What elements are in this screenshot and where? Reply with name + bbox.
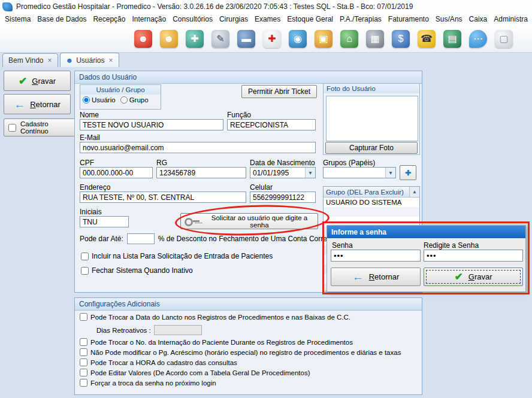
network-icon[interactable]: ◉ xyxy=(289,30,307,48)
trocar-no-internacao-checkbox[interactable] xyxy=(80,338,87,346)
nascimento-combobox[interactable]: 01/01/1995 ▾ xyxy=(250,167,316,178)
iniciais-input[interactable] xyxy=(80,216,129,227)
book-icon[interactable]: ▤ xyxy=(443,30,461,48)
cpf-label: CPF xyxy=(80,159,94,167)
bank-icon[interactable]: ⌂ xyxy=(340,30,358,48)
grupo-list-header[interactable]: Grupo (DEL Para Excluir) ▲ xyxy=(324,187,419,198)
desconto-suffix-label: % de Desconto no Fechamento de Uma Conta… xyxy=(158,235,337,243)
desconto-prefix-label: Pode dar Até: xyxy=(80,235,123,243)
close-icon[interactable]: × xyxy=(109,56,113,65)
patient-exit-icon[interactable]: ☻ xyxy=(134,30,152,48)
forcar-troca-senha-checkbox[interactable] xyxy=(80,379,87,387)
menubar: Sistema Base de Dados Recepção Internaçã… xyxy=(0,13,532,25)
menu-faturamento[interactable]: Faturamento xyxy=(388,15,429,23)
notes-icon[interactable]: ✎ xyxy=(211,30,229,48)
cadastro-continuo-checkbox[interactable] xyxy=(8,124,16,132)
calculator-icon[interactable]: $ xyxy=(392,30,410,48)
bed-icon[interactable]: ▬ xyxy=(237,30,255,48)
config-check-row[interactable]: Pode Trocar a Data do Lancto nos Registr… xyxy=(80,313,350,321)
configuracoes-adicionais-group: Configurações Adicionais Pode Trocar a D… xyxy=(74,297,422,395)
celular-input[interactable] xyxy=(250,192,316,203)
fechar-sistema-checkbox[interactable] xyxy=(81,267,89,275)
chevron-down-icon[interactable]: ▾ xyxy=(305,168,315,178)
add-grupo-button[interactable]: ✚ xyxy=(400,165,416,180)
menu-internacao[interactable]: Internação xyxy=(132,15,166,23)
toolbar: ☻ ☻ ✚ ✎ ▬ ✚ ◉ ▣ ⌂ ▦ $ ☎ ▤ ⋯ ▢ xyxy=(0,25,532,53)
desconto-row: Pode dar Até: % de Desconto no Fechament… xyxy=(80,233,337,244)
phone-icon[interactable]: ☎ xyxy=(418,30,436,48)
config-check-row[interactable]: Pode Trocar o No. da Internação do Pacie… xyxy=(80,338,353,346)
vault-icon[interactable]: ▦ xyxy=(366,30,384,48)
senha-input[interactable] xyxy=(331,250,421,262)
desconto-input[interactable] xyxy=(127,233,155,244)
gravar-button-label: Gravar xyxy=(32,77,56,86)
editar-valores-label: Pode Editar Valores (De Acordo com a Tab… xyxy=(90,369,310,376)
menu-caixa[interactable]: Caixa xyxy=(469,15,488,23)
close-icon[interactable]: × xyxy=(47,56,52,65)
usuario-grupo-group-title: Usuário / Grupo xyxy=(80,85,161,95)
menu-cirurgias[interactable]: Cirurgias xyxy=(219,15,248,23)
fechar-sistema-checkbox-row[interactable]: Fechar Sistema Quando Inativo xyxy=(81,266,193,275)
dialog-retornar-button[interactable]: ← Retornar xyxy=(331,268,421,286)
doctor-icon[interactable]: ✚ xyxy=(186,30,204,48)
radio-usuario[interactable]: Usuário xyxy=(83,96,116,104)
radio-grupo[interactable]: Grupo xyxy=(120,96,149,104)
forcar-troca-senha-label: Forçar a troca da senha no próximo login xyxy=(90,379,216,387)
check-icon: ✔ xyxy=(19,75,27,87)
endereco-input[interactable] xyxy=(80,192,246,203)
redigite-senha-input[interactable] xyxy=(424,250,523,262)
gravar-button[interactable]: ✔ Gravar xyxy=(4,71,71,91)
chat-icon[interactable]: ⋯ xyxy=(469,30,487,48)
cadastro-continuo-toggle[interactable]: Cadastro Contínuo xyxy=(4,119,75,136)
email-input[interactable] xyxy=(80,142,316,153)
menu-sus-ans[interactable]: Sus/Ans xyxy=(436,15,463,23)
config-check-row[interactable]: Não Pode modificar o Pg. Acréscimo (horá… xyxy=(80,348,401,356)
menu-administracao[interactable]: Administra xyxy=(494,15,528,23)
permitir-abrir-ticket-button[interactable]: Permitir Abrir Ticket xyxy=(241,85,317,98)
dias-retroativos-row: Dias Retroativos : xyxy=(96,325,202,335)
menu-sistema[interactable]: Sistema xyxy=(5,15,31,23)
nao-modificar-pg-acrescimo-checkbox[interactable] xyxy=(80,348,87,356)
user-icon: ☻ xyxy=(66,56,74,65)
dialog-gravar-label: Gravar xyxy=(468,272,492,281)
trocar-data-lancto-checkbox[interactable] xyxy=(80,313,87,321)
editar-valores-checkbox[interactable] xyxy=(80,369,87,376)
sort-up-icon[interactable]: ▲ xyxy=(409,187,419,197)
incluir-lista-checkbox[interactable] xyxy=(81,253,89,260)
menu-base-de-dados[interactable]: Base de Dados xyxy=(37,15,86,23)
tab-bem-vindo[interactable]: Bem Vindo × xyxy=(2,53,58,67)
email-label: E-Mail xyxy=(80,133,100,142)
people-group-icon[interactable]: ☻ xyxy=(160,30,178,48)
incluir-lista-checkbox-row[interactable]: Incluir na Lista Para Solicitação de Ent… xyxy=(81,252,273,260)
nascimento-label: Data de Nascimento xyxy=(250,159,315,167)
grupos-papeis-combobox[interactable]: ▾ xyxy=(323,167,396,178)
radio-grupo-input[interactable] xyxy=(120,96,128,104)
menu-exames[interactable]: Exames xyxy=(255,15,280,23)
retornar-button[interactable]: ← Retornar xyxy=(4,94,71,114)
config-check-row[interactable]: Pode Trocar a HORA do cadastro das consu… xyxy=(80,358,237,366)
solicitar-senha-label: Solicitar ao usuário que digite a senha xyxy=(205,214,314,229)
menu-recepcao[interactable]: Recepção xyxy=(93,15,125,23)
configuracoes-adicionais-header: Configurações Adicionais xyxy=(75,298,422,311)
dialog-gravar-button[interactable]: ✔ Gravar xyxy=(424,268,523,286)
menu-consultorios[interactable]: Consultórios xyxy=(173,15,213,23)
grupo-list-item[interactable]: USUÁRIO DO SISTEMA xyxy=(324,198,419,207)
capturar-foto-button[interactable]: Capturar Foto xyxy=(325,142,418,154)
menu-estoque-geral[interactable]: Estoque Geral xyxy=(287,15,333,23)
config-check-row[interactable]: Pode Editar Valores (De Acordo com a Tab… xyxy=(80,369,310,376)
nome-input[interactable] xyxy=(80,119,223,130)
funcao-input[interactable] xyxy=(227,119,316,130)
trocar-hora-consultas-checkbox[interactable] xyxy=(80,358,87,366)
key-icon xyxy=(185,217,200,225)
cpf-input[interactable] xyxy=(80,167,153,178)
radio-usuario-input[interactable] xyxy=(83,96,90,104)
chevron-down-icon[interactable]: ▾ xyxy=(385,168,395,178)
solicitar-senha-button[interactable]: Solicitar ao usuário que digite a senha xyxy=(180,213,318,229)
menu-pa-terapias[interactable]: P.A./Terapias xyxy=(340,15,382,23)
rg-input[interactable] xyxy=(156,167,246,178)
tab-usuarios[interactable]: ☻ Usuários × xyxy=(60,53,119,67)
ambulance-icon[interactable]: ✚ xyxy=(263,30,281,48)
window-icon[interactable]: ▢ xyxy=(495,30,513,48)
package-icon[interactable]: ▣ xyxy=(315,30,332,48)
config-check-row[interactable]: Forçar a troca da senha no próximo login xyxy=(80,379,216,387)
